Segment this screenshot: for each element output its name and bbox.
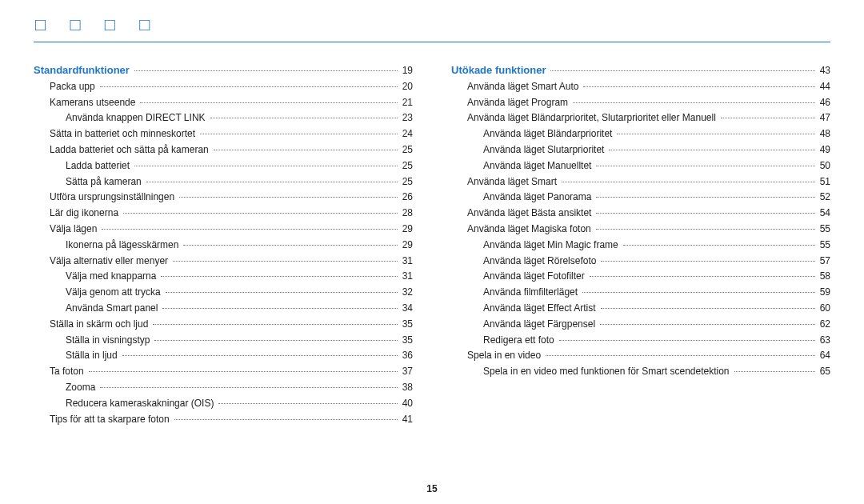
- toc-entry-page: 64: [820, 348, 830, 364]
- toc-leader: [153, 324, 397, 325]
- toc-entry: Reducera kameraskakningar (OIS)40: [66, 396, 413, 412]
- toc-leader: [214, 150, 398, 150]
- toc-entry: Ställa in skärm och ljud35: [50, 317, 413, 333]
- toc-leader: [122, 355, 398, 356]
- toc-entry-label: Använda filmfilterläget: [483, 285, 578, 301]
- toc-entry: Välja lägen29: [50, 222, 413, 238]
- toc-entry-label: Ikonerna på lägesskärmen: [66, 238, 178, 254]
- toc-entry: Använda läget Smart51: [467, 174, 830, 190]
- toc-leader: [562, 182, 815, 182]
- toc-entry-page: 58: [820, 269, 830, 285]
- toc-entry: Ta foton37: [50, 364, 413, 380]
- toc-section-heading: Utökade funktioner43: [451, 62, 830, 79]
- toc-leader: [200, 134, 398, 134]
- toc-entry-page: 19: [402, 63, 413, 79]
- toc-columns: Standardfunktioner19Packa upp20Kamerans …: [34, 62, 830, 427]
- toc-entry: Välja alternativ eller menyer31: [50, 254, 413, 270]
- toc-entry: Använda läget Färgpensel62: [483, 317, 830, 333]
- toc-leader: [583, 86, 814, 87]
- toc-entry-label: Standardfunktioner: [34, 62, 130, 78]
- page-title: □ □ □ □: [35, 14, 830, 35]
- toc-entry-label: Lär dig ikonerna: [50, 206, 118, 222]
- toc-entry-label: Tips för att ta skarpare foton: [50, 412, 170, 428]
- toc-entry-page: 25: [402, 158, 413, 174]
- toc-entry: Tips för att ta skarpare foton41: [50, 412, 413, 428]
- toc-entry: Zooma38: [66, 380, 413, 396]
- toc-entry-label: Välja genom att trycka: [66, 285, 161, 301]
- toc-entry-page: 21: [402, 95, 413, 111]
- toc-entry-label: Välja med knapparna: [66, 269, 156, 285]
- toc-leader: [550, 70, 814, 71]
- toc-entry: Använda läget Rörelsefoto57: [483, 254, 830, 270]
- toc-entry-page: 28: [402, 206, 413, 222]
- toc-entry-label: Utökade funktioner: [451, 62, 546, 78]
- toc-entry-page: 49: [820, 142, 830, 158]
- toc-entry-label: Packa upp: [50, 79, 95, 95]
- toc-entry-page: 34: [402, 301, 413, 317]
- toc-leader: [154, 340, 397, 341]
- toc-entry-page: 37: [402, 364, 413, 380]
- toc-entry-page: 55: [820, 238, 830, 254]
- toc-entry: Utföra ursprungsinställningen26: [50, 190, 413, 206]
- toc-entry-label: Använda läget Slutarprioritet: [483, 142, 604, 158]
- toc-entry-label: Sätta på kameran: [66, 174, 142, 190]
- toc-entry-page: 32: [402, 285, 413, 301]
- toc-entry-label: Utföra ursprungsinställningen: [50, 190, 174, 206]
- toc-leader: [734, 371, 815, 372]
- toc-entry-page: 50: [820, 158, 830, 174]
- toc-leader: [573, 102, 815, 103]
- toc-leader: [601, 261, 814, 262]
- toc-entry: Använda knappen DIRECT LINK23: [66, 110, 413, 126]
- toc-leader: [183, 245, 397, 246]
- toc-entry-page: 24: [402, 126, 413, 142]
- toc-entry-label: Ställa in skärm och ljud: [50, 317, 148, 333]
- toc-leader: [590, 276, 815, 277]
- toc-leader: [102, 229, 397, 230]
- toc-leader: [100, 86, 398, 87]
- toc-entry-page: 25: [402, 174, 413, 190]
- toc-entry-label: Använda läget Rörelsefoto: [483, 254, 596, 270]
- toc-entry-page: 35: [402, 317, 413, 333]
- toc-leader: [218, 403, 397, 404]
- toc-entry-page: 47: [820, 110, 830, 126]
- toc-entry: Ladda batteriet25: [66, 158, 413, 174]
- toc-entry-page: 65: [820, 364, 830, 380]
- toc-entry: Spela in en video64: [467, 348, 830, 364]
- toc-entry-page: 46: [820, 95, 830, 111]
- toc-entry-page: 38: [402, 380, 413, 396]
- toc-entry-label: Spela in en video med funktionen för Sma…: [483, 364, 730, 380]
- toc-leader: [161, 276, 397, 277]
- toc-entry: Använda läget Smart Auto44: [467, 79, 830, 95]
- toc-leader: [546, 355, 815, 356]
- toc-entry: Spela in en video med funktionen för Sma…: [483, 364, 830, 380]
- toc-entry: Lär dig ikonerna28: [50, 206, 413, 222]
- toc-entry-label: Använda läget Min Magic frame: [483, 238, 618, 254]
- toc-leader: [600, 324, 815, 325]
- toc-leader: [596, 197, 814, 198]
- toc-leader: [162, 308, 397, 309]
- toc-entry-page: 55: [820, 222, 830, 238]
- toc-entry: Använda läget Bästa ansiktet54: [467, 206, 830, 222]
- toc-entry-page: 29: [402, 222, 413, 238]
- toc-leader: [134, 70, 398, 71]
- toc-entry-page: 44: [820, 79, 830, 95]
- toc-entry-label: Välja lägen: [50, 222, 97, 238]
- toc-entry-label: Ställa in visningstyp: [66, 333, 150, 349]
- toc-leader: [559, 340, 815, 341]
- toc-entry-page: 29: [402, 238, 413, 254]
- toc-entry-page: 57: [820, 254, 830, 270]
- toc-leader: [140, 102, 397, 103]
- toc-entry: Ställa in ljud36: [66, 348, 413, 364]
- toc-entry-label: Reducera kameraskakningar (OIS): [66, 396, 214, 412]
- toc-entry-label: Använda Smart panel: [66, 301, 158, 317]
- toc-entry-page: 20: [402, 79, 413, 95]
- toc-entry-page: 41: [402, 412, 413, 428]
- toc-entry-page: 63: [820, 333, 830, 349]
- toc-entry-label: Använda läget Bländarprioritet, Slutarpr…: [467, 110, 716, 126]
- toc-leader: [596, 229, 815, 230]
- toc-leader: [609, 150, 814, 150]
- toc-leader: [173, 261, 398, 262]
- toc-entry-page: 26: [402, 190, 413, 206]
- toc-leader: [210, 118, 398, 118]
- toc-entry-label: Sätta in batteriet och minneskortet: [50, 126, 195, 142]
